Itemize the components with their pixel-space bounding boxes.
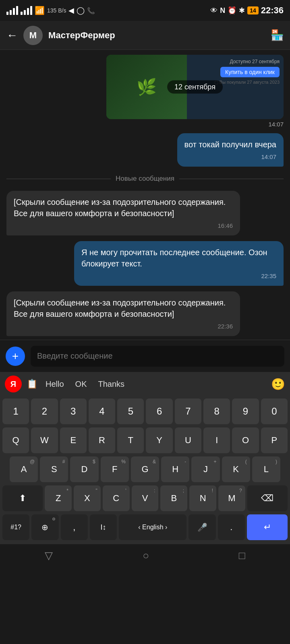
key-l[interactable]: L)	[252, 456, 280, 482]
key-y[interactable]: Y	[146, 427, 172, 453]
app-nav-icon[interactable]: □	[239, 549, 245, 562]
key-c[interactable]: C'	[103, 485, 130, 511]
key-p[interactable]: P	[261, 427, 288, 453]
back-button[interactable]: ←	[6, 29, 18, 42]
emoji-button[interactable]: 🙂	[271, 378, 285, 391]
bar1	[6, 12, 8, 15]
divider-line-right	[179, 179, 284, 179]
nav-bar: ▽ ○ □	[0, 544, 290, 567]
suggestions-row: Я 📋 Hello OK Thanks 🙂	[0, 372, 290, 396]
key-h[interactable]: H-	[161, 456, 189, 482]
bottom-row: #1? ⊕⚙ , I↕ ‹ English › 🎤 . ↵	[0, 512, 290, 544]
key-v[interactable]: V:	[132, 485, 159, 511]
yandex-logo[interactable]: Я	[5, 376, 22, 392]
incoming-message-1: [Скрыли сообщение из-за подозрительного …	[6, 191, 240, 235]
msg-time: 14:07	[184, 153, 276, 161]
period-key[interactable]: .	[218, 514, 245, 540]
key-f[interactable]: F%	[101, 456, 129, 482]
key-4[interactable]: 4	[89, 398, 115, 424]
key-t[interactable]: T	[117, 427, 144, 453]
image-date: 12 сентября	[167, 80, 223, 94]
image-time: 14:07	[268, 121, 284, 128]
chat-name: МастерФермер	[48, 30, 265, 41]
key-z[interactable]: Z*	[45, 485, 72, 511]
key-0[interactable]: 0	[261, 398, 288, 424]
key-8[interactable]: 8	[203, 398, 230, 424]
new-messages-divider: Новые сообщения	[6, 172, 284, 185]
msg-time: 22:36	[14, 322, 233, 330]
status-right: 👁 N ⏰ ✱ 14 22:36	[210, 5, 284, 16]
eye-icon: 👁	[210, 6, 218, 15]
backspace-key[interactable]: ⌫	[247, 485, 288, 511]
avatar: М	[23, 26, 43, 45]
signal-bars-2	[21, 6, 32, 15]
key-e[interactable]: E	[60, 427, 87, 453]
bar3b	[27, 8, 29, 15]
key-j[interactable]: J+	[191, 456, 220, 482]
asdf-row: A@ S# D$ F% G& H- J+ K( L)	[0, 454, 290, 483]
outgoing-message-1: вот токай получил вчера 14:07	[177, 133, 284, 167]
key-o[interactable]: O	[232, 427, 259, 453]
signal-bars	[6, 6, 18, 15]
bar4b	[30, 6, 32, 15]
shift-key[interactable]: ⬆	[2, 485, 43, 511]
suggestion-thanks[interactable]: Thanks	[98, 380, 124, 389]
suggestion-ok[interactable]: OK	[75, 380, 87, 389]
msg-text: [Скрыли сообщение из-за подозрительного …	[14, 298, 226, 318]
key-r[interactable]: R	[89, 427, 115, 453]
cursor-key[interactable]: I↕	[90, 514, 117, 540]
comma-key[interactable]: ,	[61, 514, 88, 540]
key-9[interactable]: 9	[232, 398, 259, 424]
key-u[interactable]: U	[175, 427, 201, 453]
clipboard-icon[interactable]: 📋	[27, 379, 37, 389]
divider-label: Новые сообщения	[116, 175, 174, 183]
msg-text: Я не могу прочитать последнее сообщение.…	[81, 248, 267, 268]
back-nav-icon[interactable]: ▽	[45, 549, 53, 562]
key-w[interactable]: W	[31, 427, 58, 453]
key-n[interactable]: N!	[189, 485, 216, 511]
store-icon[interactable]: 🏪	[271, 29, 284, 41]
key-b[interactable]: B;	[160, 485, 187, 511]
outgoing-message-2: Я не могу прочитать последнее сообщение.…	[74, 241, 284, 286]
language-key[interactable]: ‹ English ›	[119, 514, 186, 540]
key-k[interactable]: K(	[222, 456, 250, 482]
key-2[interactable]: 2	[31, 398, 58, 424]
symbols-key[interactable]: #1?	[2, 514, 29, 540]
number-row: 1 2 3 4 5 6 7 8 9 0	[0, 396, 290, 425]
clock: 22:36	[261, 5, 284, 16]
key-m[interactable]: M?	[218, 485, 245, 511]
key-1[interactable]: 1	[2, 398, 29, 424]
key-a[interactable]: A@	[10, 456, 38, 482]
message-input[interactable]	[31, 346, 284, 367]
bar4	[16, 6, 18, 15]
qwerty-row: Q W E R T Y U I O P	[0, 425, 290, 454]
battery-icon: 14	[247, 6, 259, 14]
input-area: +	[0, 340, 290, 372]
key-5[interactable]: 5	[117, 398, 144, 424]
image-message: 🌿 Доступно 27 сентября Купить в один кли…	[106, 55, 284, 128]
key-3[interactable]: 3	[60, 398, 87, 424]
status-bar: 📶 135 B/s ◀ ◯ 📞 👁 N ⏰ ✱ 14 22:36	[0, 0, 290, 21]
buy-button[interactable]: Купить в один клик	[220, 67, 280, 77]
key-d[interactable]: D$	[70, 456, 98, 482]
key-7[interactable]: 7	[175, 398, 201, 424]
key-q[interactable]: Q	[2, 427, 29, 453]
globe-key[interactable]: ⊕⚙	[31, 514, 58, 540]
key-i[interactable]: I	[203, 427, 230, 453]
attachment-button[interactable]: +	[6, 347, 25, 366]
alarm-icon: ⏰	[228, 6, 236, 15]
bar3	[13, 8, 15, 15]
home-nav-icon[interactable]: ○	[143, 549, 149, 562]
key-6[interactable]: 6	[146, 398, 172, 424]
key-s[interactable]: S#	[40, 456, 68, 482]
enter-key[interactable]: ↵	[247, 514, 288, 540]
key-x[interactable]: X"	[74, 485, 101, 511]
incoming-message-2: [Скрыли сообщение из-за подозрительного …	[6, 291, 240, 336]
msg-time: 16:46	[14, 221, 233, 230]
msg-text: вот токай получил вчера	[184, 140, 276, 149]
microphone-key[interactable]: 🎤	[188, 514, 215, 540]
key-g[interactable]: G&	[131, 456, 159, 482]
bar1b	[21, 12, 23, 15]
bar2	[10, 10, 12, 15]
suggestion-hello[interactable]: Hello	[46, 380, 64, 389]
